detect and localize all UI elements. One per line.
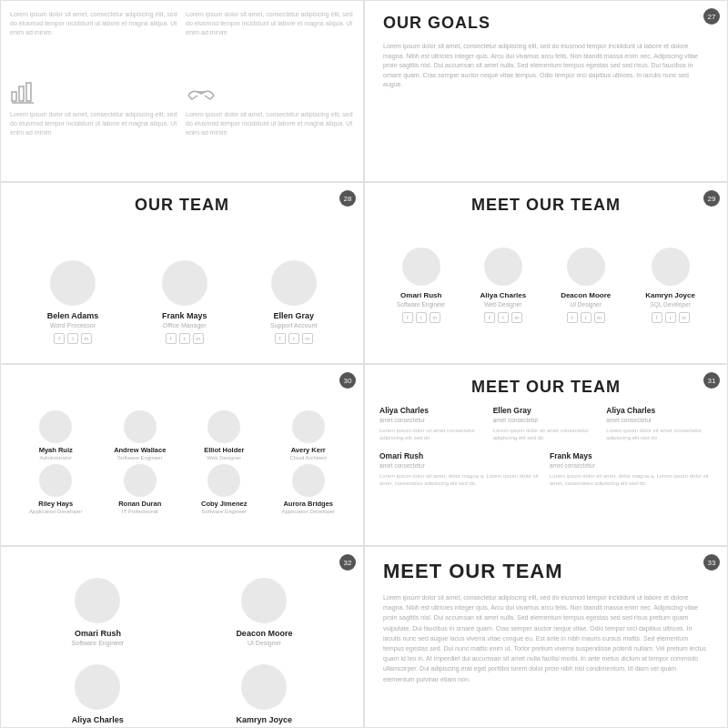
- linkedin-icon-aliya[interactable]: in: [511, 312, 522, 323]
- role-ronan: IT Professional: [122, 509, 158, 514]
- team-row-bottom: Aliya Charles Web Designer Kamryn Joyce …: [15, 646, 349, 728]
- team-deacon: Deacon Moore UI Designer f t in: [561, 248, 611, 323]
- role-frank: Office Manager: [163, 322, 207, 329]
- linkedin-icon-deacon[interactable]: in: [594, 312, 605, 323]
- linkedin-icon-belen[interactable]: in: [81, 333, 92, 344]
- main-grid: Lorem ipsum dolor sit amet, consectetur …: [0, 0, 728, 728]
- role-andrew: Software Engineer: [117, 455, 162, 460]
- name-aliya-2: Aliya Charles: [606, 406, 713, 415]
- role-aliya-2: amet consectetur: [606, 417, 713, 423]
- twitter-icon-belen[interactable]: t: [67, 333, 78, 344]
- twitter-icon-deacon[interactable]: t: [581, 312, 592, 323]
- twitter-icon-ellen[interactable]: t: [288, 333, 299, 344]
- avatar-belen: [50, 260, 96, 306]
- our-team-title: OUR TEAM: [15, 196, 349, 215]
- panel-icons-text: Lorem ipsum dolor sit amet, consectetur …: [0, 0, 364, 182]
- panel-meet-team-large: 33 MEET OUR TEAM Lorem ipsum dolor sit a…: [364, 546, 728, 728]
- team-aurora: Aurora Bridges Application Developer: [268, 464, 349, 514]
- panel-meet-our-team-4: 29 MEET OUR TEAM Omari Rush Software Eng…: [364, 182, 728, 364]
- team-member-belen: Belen Adams Word Processor f t in: [47, 260, 99, 344]
- team-text-bottom-row: Omari Rush amet consectetur Lorem ipsum …: [379, 451, 713, 488]
- social-omari: f t in: [402, 312, 440, 323]
- team-row-top: Omari Rush Software Engineer Deacon Moor…: [15, 560, 349, 646]
- desc-aliya-2: Lorem ipsum dolor sit amet consectetur a…: [606, 427, 713, 442]
- avatar-deacon-v: [241, 578, 287, 623]
- linkedin-icon-omari[interactable]: in: [430, 312, 440, 323]
- avatar-ellen: [271, 260, 317, 306]
- team-myah: Myah Ruiz Administrator: [15, 410, 96, 460]
- team-elliot: Elliot Holder Web Designer: [184, 410, 265, 460]
- desc-frank-text: Lorem ipsum dolor sit amet, dolor magna …: [550, 472, 713, 488]
- panel-meet-team-text: 31 MEET OUR TEAM Aliya Charles amet cons…: [364, 364, 728, 546]
- avatar-kamryn-v: [241, 664, 287, 710]
- team-kamryn-v: Kamryn Joyce SQL Developer: [237, 664, 293, 728]
- role-myah: Administrator: [40, 455, 72, 460]
- lorem-text-1: Lorem ipsum dolor sit amet, consectetur …: [10, 10, 178, 36]
- social-belen: f t in: [54, 333, 92, 344]
- linkedin-icon-ellen[interactable]: in: [302, 333, 313, 344]
- name-omari: Omari Rush: [400, 291, 441, 299]
- avatar-omari: [402, 248, 440, 286]
- panel-number-8: 33: [703, 554, 720, 571]
- avatar-frank: [162, 260, 207, 306]
- linkedin-icon-frank[interactable]: in: [193, 333, 204, 344]
- panel-number-6: 31: [703, 372, 720, 389]
- meet-team-title-6: MEET OUR TEAM: [379, 378, 713, 397]
- name-deacon-v: Deacon Moore: [236, 629, 292, 638]
- our-goals-title: OUR GOALS: [383, 14, 709, 33]
- lorem-text-4: Lorem ipsum dolor sit amet, consectetur …: [186, 110, 354, 136]
- role-deacon: UI Designer: [571, 301, 602, 308]
- svg-rect-2: [26, 83, 31, 101]
- twitter-icon-omari[interactable]: t: [416, 312, 427, 323]
- name-aliya: Aliya Charles: [480, 291, 526, 299]
- avatar-riley: [39, 464, 72, 497]
- role-kamryn: SQL Developer: [651, 301, 691, 308]
- icon-block-handshake: Lorem ipsum dolor sit amet, consectetur …: [186, 79, 354, 172]
- role-coby: Software Engineer: [202, 509, 247, 514]
- panel-number-4: 29: [703, 190, 720, 207]
- facebook-icon-ellen[interactable]: f: [275, 333, 286, 344]
- meet-team-title-4: MEET OUR TEAM: [379, 196, 713, 215]
- meet-team-desc-8: Lorem ipsum dolor sit amet, consectetur …: [383, 592, 709, 684]
- text-ellen: Ellen Gray amet consectetur Lorem ipsum …: [493, 406, 600, 442]
- panel-our-team: 28 OUR TEAM Belen Adams Word Processor f…: [0, 182, 364, 364]
- avatar-myah: [39, 410, 72, 443]
- name-aliya-v: Aliya Charles: [72, 715, 124, 724]
- facebook-icon-belen[interactable]: f: [54, 333, 65, 344]
- role-omari-v: Software Engineer: [72, 640, 125, 646]
- team-ronan: Ronan Duran IT Professional: [100, 464, 181, 514]
- facebook-icon-frank[interactable]: f: [166, 333, 177, 344]
- name-riley: Riley Hays: [38, 500, 73, 508]
- panel-number-3: 28: [339, 190, 356, 207]
- twitter-icon-frank[interactable]: t: [179, 333, 190, 344]
- linkedin-icon-kamryn[interactable]: in: [679, 312, 690, 323]
- text-omari: Omari Rush amet consectetur Lorem ipsum …: [379, 451, 542, 488]
- facebook-icon-aliya[interactable]: f: [484, 312, 495, 323]
- role-aliya-1: amet consectetur: [379, 417, 486, 423]
- team-aliya-v: Aliya Charles Web Designer: [72, 664, 124, 728]
- text-aliya-1: Aliya Charles amet consectetur Lorem ips…: [379, 406, 486, 442]
- name-omari-v: Omari Rush: [75, 629, 121, 638]
- twitter-icon-aliya[interactable]: t: [498, 312, 509, 323]
- social-frank: f t in: [166, 333, 204, 344]
- name-frank-text: Frank Mays: [550, 451, 713, 460]
- facebook-icon-omari[interactable]: f: [402, 312, 413, 323]
- facebook-icon-kamryn[interactable]: f: [652, 312, 662, 323]
- text-frank: Frank Mays amet consectetur Lorem ipsum …: [550, 451, 713, 488]
- team-text-top-row: Aliya Charles amet consectetur Lorem ips…: [379, 406, 713, 442]
- role-elliot: Web Designer: [207, 455, 241, 460]
- name-kamryn-v: Kamryn Joyce: [237, 715, 293, 724]
- team-grid-8: Myah Ruiz Administrator Andrew Wallace S…: [15, 410, 349, 514]
- team-aliya: Aliya Charles Web Designer f t in: [480, 248, 526, 323]
- role-aurora: Application Developer: [282, 509, 335, 514]
- avatar-aliya-v: [75, 664, 120, 710]
- panel-number-7: 32: [339, 554, 356, 571]
- panel-team-8: 30 Myah Ruiz Administrator Andrew Wallac…: [0, 364, 364, 546]
- svg-rect-1: [19, 86, 24, 101]
- twitter-icon-kamryn[interactable]: t: [665, 312, 676, 323]
- panel-our-goals: 27 OUR GOALS Lorem ipsum dolor sit amet,…: [364, 0, 728, 182]
- avatar-coby: [207, 464, 240, 497]
- social-ellen: f t in: [275, 333, 313, 344]
- facebook-icon-deacon[interactable]: f: [567, 312, 578, 323]
- team-row-3: Belen Adams Word Processor f t in Frank …: [15, 224, 349, 344]
